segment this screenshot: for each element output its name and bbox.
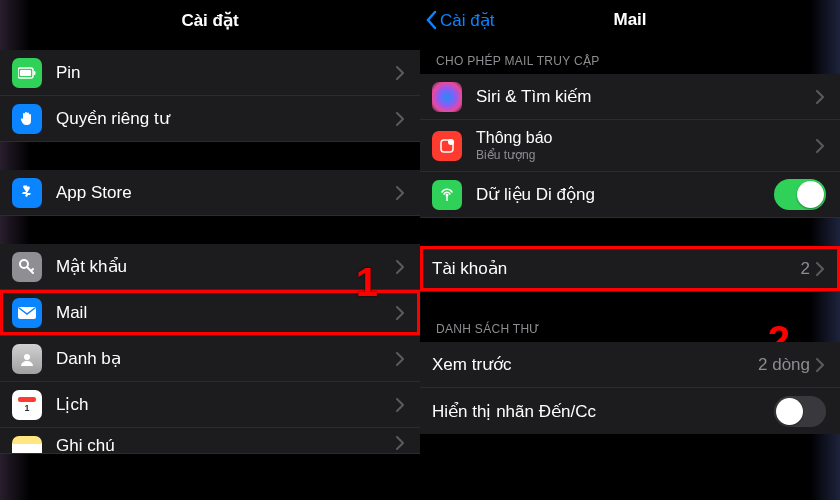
antenna-icon [432,180,462,210]
row-label: Quyền riêng tư [56,108,396,129]
svg-rect-1 [20,70,31,76]
chevron-right-icon [396,66,406,80]
row-label: Xem trước [432,354,758,375]
preview-value: 2 dòng [758,355,810,375]
svg-point-10 [448,139,454,145]
section-header-access: CHO PHÉP MAIL TRUY CẬP [420,40,840,74]
row-notes[interactable]: Ghi chú [0,428,420,454]
contacts-icon [12,344,42,374]
row-calendar[interactable]: 1 Lịch [0,382,420,428]
row-label: App Store [56,183,396,203]
row-accounts[interactable]: Tài khoản 2 [420,246,840,292]
back-button[interactable]: Cài đặt [424,0,494,40]
row-label: Tài khoản [432,258,801,279]
tocc-toggle[interactable] [774,396,826,427]
row-label: Mật khẩu [56,256,396,277]
chevron-left-icon [424,9,438,31]
row-label: Thông báo [476,129,816,147]
right-screen: Cài đặt Mail CHO PHÉP MAIL TRUY CẬP Siri… [420,0,840,500]
chevron-right-icon [396,112,406,126]
key-icon [12,252,42,282]
row-label: Danh bạ [56,348,396,369]
row-contacts[interactable]: Danh bạ [0,336,420,382]
chevron-right-icon [816,90,826,104]
row-siri[interactable]: Siri & Tìm kiếm [420,74,840,120]
row-battery[interactable]: Pin [0,50,420,96]
row-tocc[interactable]: Hiển thị nhãn Đến/Cc [420,388,840,434]
row-label: Pin [56,63,396,83]
row-privacy[interactable]: Quyền riêng tư [0,96,420,142]
settings-title: Cài đặt [181,10,238,31]
row-label: Lịch [56,394,396,415]
row-sublabel: Biểu tượng [476,148,816,162]
cellular-toggle[interactable] [774,179,826,210]
row-label: Mail [56,303,396,323]
hand-icon [12,104,42,134]
row-notifications[interactable]: Thông báo Biểu tượng [420,120,840,172]
svg-point-5 [24,354,30,360]
row-appstore[interactable]: App Store [0,170,420,216]
annotation-step-1: 1 [356,260,378,305]
mail-header: Cài đặt Mail [420,0,840,40]
notif-icon [432,131,462,161]
row-label: Hiển thị nhãn Đến/Cc [432,401,774,422]
chevron-right-icon [396,186,406,200]
svg-rect-6 [18,397,36,402]
chevron-right-icon [816,262,826,276]
calendar-icon: 1 [12,390,42,420]
svg-rect-2 [34,71,36,75]
row-cellular[interactable]: Dữ liệu Di động [420,172,840,218]
left-screen: Cài đặt Pin Quyền riêng tư App Store Mật… [0,0,420,500]
row-label: Dữ liệu Di động [476,184,774,205]
appstore-icon [12,178,42,208]
chevron-right-icon [816,139,826,153]
row-preview[interactable]: Xem trước 2 dòng [420,342,840,388]
chevron-right-icon [816,358,826,372]
chevron-right-icon [396,306,406,320]
row-label: Ghi chú [56,436,396,454]
accounts-count: 2 [801,259,810,279]
battery-icon [12,58,42,88]
chevron-right-icon [396,352,406,366]
notes-icon [12,436,42,454]
mail-icon [12,298,42,328]
chevron-right-icon [396,260,406,274]
chevron-right-icon [396,436,406,450]
back-label: Cài đặt [440,10,494,31]
siri-icon [432,82,462,112]
svg-text:1: 1 [24,403,29,413]
chevron-right-icon [396,398,406,412]
row-label: Siri & Tìm kiếm [476,86,816,107]
settings-header: Cài đặt [0,0,420,40]
mail-title: Mail [613,10,646,30]
